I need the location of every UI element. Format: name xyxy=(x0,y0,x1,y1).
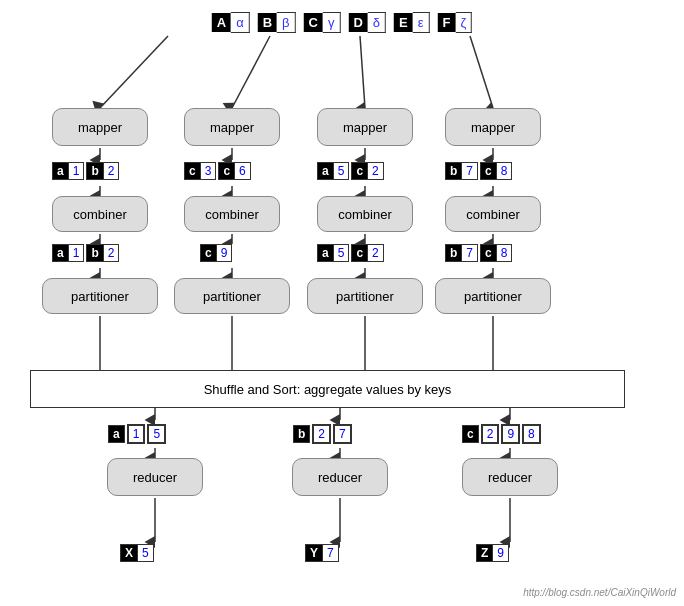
shuffle-box: Shuffle and Sort: aggregate values by ke… xyxy=(30,370,625,408)
reducer3-input: c 2 9 8 xyxy=(462,424,541,444)
combiner2-output: c 9 xyxy=(200,244,232,262)
partitioner-3: partitioner xyxy=(307,278,423,314)
mapper1-output: a 1 b 2 xyxy=(52,162,119,180)
svg-line-1 xyxy=(232,36,270,108)
input-D: Dδ xyxy=(348,12,386,33)
mapper4-output: b 7 c 8 xyxy=(445,162,512,180)
reducer1-output: X 5 xyxy=(120,544,154,562)
combiner1-output: a 1 b 2 xyxy=(52,244,119,262)
top-input-row: Aα Bβ Cγ Dδ Eε Fζ xyxy=(212,12,472,33)
combiner-4: combiner xyxy=(445,196,541,232)
partitioner-4: partitioner xyxy=(435,278,551,314)
reducer-2: reducer xyxy=(292,458,388,496)
partitioner-2: partitioner xyxy=(174,278,290,314)
svg-line-3 xyxy=(470,36,493,108)
input-F: Fζ xyxy=(438,12,473,33)
partitioner-1: partitioner xyxy=(42,278,158,314)
mapper3-output: a 5 c 2 xyxy=(317,162,384,180)
watermark: http://blog.csdn.net/CaiXinQiWorld xyxy=(523,587,676,598)
mapper2-output: c 3 c 6 xyxy=(184,162,251,180)
combiner3-output: a 5 c 2 xyxy=(317,244,384,262)
combiner4-output: b 7 c 8 xyxy=(445,244,512,262)
combiner-1: combiner xyxy=(52,196,148,232)
reducer3-output: Z 9 xyxy=(476,544,509,562)
mapper-3: mapper xyxy=(317,108,413,146)
svg-line-0 xyxy=(100,36,168,108)
reducer1-input: a 1 5 xyxy=(108,424,166,444)
input-E: Eε xyxy=(394,12,429,33)
reducer2-output: Y 7 xyxy=(305,544,339,562)
svg-line-2 xyxy=(360,36,365,108)
mapper-2: mapper xyxy=(184,108,280,146)
input-B: Bβ xyxy=(258,12,296,33)
mapper-4: mapper xyxy=(445,108,541,146)
reducer2-input: b 2 7 xyxy=(293,424,352,444)
combiner-3: combiner xyxy=(317,196,413,232)
reducer-3: reducer xyxy=(462,458,558,496)
diagram: Aα Bβ Cγ Dδ Eε Fζ xyxy=(0,0,684,606)
combiner-2: combiner xyxy=(184,196,280,232)
reducer-1: reducer xyxy=(107,458,203,496)
input-A: Aα xyxy=(212,12,250,33)
input-C: Cγ xyxy=(304,12,341,33)
mapper-1: mapper xyxy=(52,108,148,146)
